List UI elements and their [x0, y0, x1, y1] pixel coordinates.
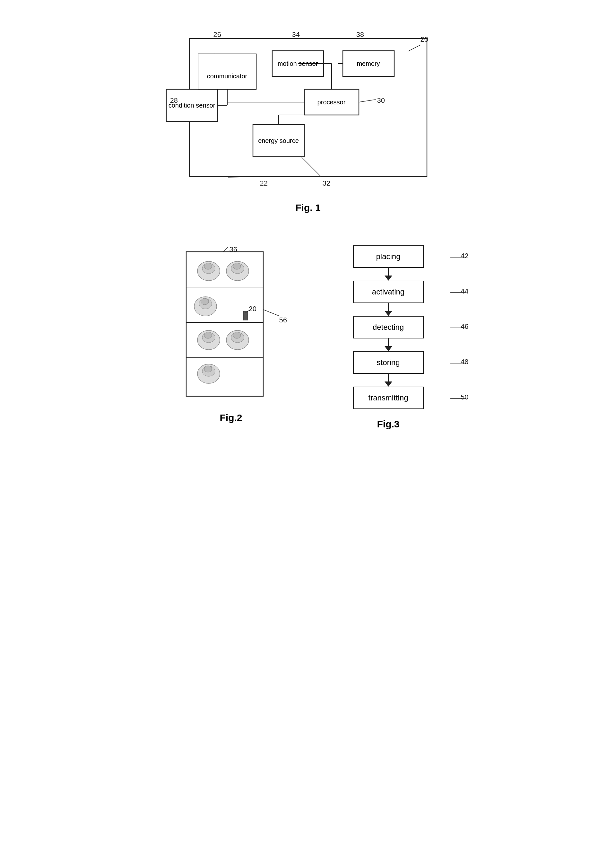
flow-box-detecting: detecting	[353, 316, 424, 339]
ref-30: 30	[377, 96, 385, 105]
ref-28: 28	[170, 96, 178, 105]
page-container: communicator motion sensor memory proces…	[0, 0, 616, 841]
ref-22: 22	[260, 179, 268, 188]
ref-20: 20	[421, 35, 428, 44]
svg-point-30	[204, 263, 212, 269]
condition-sensor-block: condition sensor	[166, 89, 218, 121]
fig1-diagram: communicator motion sensor memory proces…	[164, 29, 453, 196]
arrowhead-4	[384, 382, 392, 387]
flow-step-placing: placing 42	[331, 245, 446, 268]
arrowhead-2	[384, 311, 392, 316]
motion-sensor-block: motion sensor	[272, 51, 324, 76]
ref-26: 26	[213, 31, 221, 39]
bottom-section: 36 20 56 Fig.2 placing 42	[13, 245, 603, 430]
flow-step-transmitting: transmitting 50	[331, 387, 446, 409]
memory-label: memory	[356, 60, 380, 68]
svg-line-22	[302, 157, 321, 177]
ref-38: 38	[356, 31, 364, 39]
communicator-block: communicator	[198, 54, 256, 89]
fig3-diagram: placing 42 activating 44	[331, 245, 446, 409]
svg-line-47	[263, 310, 279, 316]
flow-box-storing: storing	[353, 351, 424, 374]
motion-sensor-label: motion sensor	[278, 59, 318, 68]
arrowhead-1	[384, 276, 392, 281]
energy-source-label: energy source	[258, 136, 299, 145]
fig2-ref-36: 36	[230, 245, 237, 254]
arrowhead-3	[384, 346, 392, 351]
energy-source-block: energy source	[253, 125, 304, 157]
processor-block: processor	[304, 89, 359, 115]
svg-line-23	[359, 100, 375, 102]
fig2-ref-20: 20	[249, 305, 257, 313]
arrow-1	[388, 268, 389, 276]
svg-line-21	[228, 177, 263, 177]
step-activating-label: activating	[372, 288, 405, 296]
fig1-label: Fig. 1	[295, 202, 320, 213]
processor-label: processor	[317, 98, 346, 106]
fig2-label: Fig.2	[220, 412, 242, 423]
fig2-section: 36 20 56 Fig.2	[170, 245, 292, 423]
step-detecting-label: detecting	[373, 323, 404, 332]
memory-block: memory	[343, 51, 394, 76]
step-storing-label: storing	[377, 358, 400, 367]
flow-box-transmitting: transmitting	[353, 387, 424, 409]
arrow-4	[388, 374, 389, 382]
flow-box-activating: activating	[353, 281, 424, 303]
step-placing-label: placing	[376, 252, 400, 261]
svg-line-48	[223, 247, 228, 252]
communicator-label: communicator	[207, 72, 248, 80]
svg-point-40	[204, 332, 212, 339]
flow-box-placing: placing	[353, 245, 424, 268]
svg-point-36	[201, 298, 209, 305]
svg-line-20	[408, 45, 421, 51]
flow-step-detecting: detecting 46	[331, 316, 446, 339]
fig1-section: communicator motion sensor memory proces…	[13, 19, 603, 213]
flow-step-activating: activating 44	[331, 281, 446, 303]
fig3-label: Fig.3	[377, 419, 399, 430]
ref-32: 32	[323, 179, 330, 188]
flow-step-storing: storing 48	[331, 351, 446, 374]
svg-point-43	[233, 332, 241, 339]
fig2-diagram: 36 20 56	[170, 245, 292, 406]
fig2-ref-56: 56	[279, 316, 287, 324]
svg-point-33	[233, 263, 241, 269]
fig3-section: placing 42 activating 44	[331, 245, 446, 430]
arrow-2	[388, 303, 389, 311]
step-transmitting-label: transmitting	[368, 393, 408, 402]
svg-point-46	[204, 366, 212, 372]
ref-34: 34	[292, 31, 300, 39]
arrow-3	[388, 339, 389, 346]
